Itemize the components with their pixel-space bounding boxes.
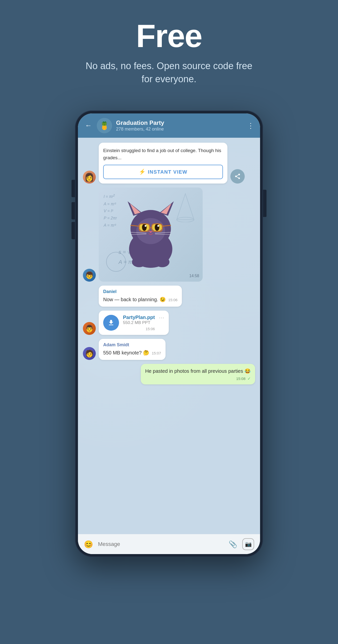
my-text: He pasted in photos from all previous pa… <box>145 367 251 375</box>
attach-button[interactable]: 📎 <box>229 540 237 548</box>
daniel-name: Daniel <box>103 289 177 294</box>
file-size: 550.2 MB PPT <box>123 320 155 325</box>
male3-avatar: 🧑 <box>83 347 96 360</box>
file-name: PartyPlan.ppt <box>123 314 155 320</box>
share-icon <box>234 173 241 180</box>
svg-point-14 <box>145 225 146 227</box>
sticker-bubble: l = πr2 A = πr³ V = l³ P = 2πr A = πr³ <box>99 188 203 282</box>
male2-avatar: 👨 <box>83 322 96 335</box>
sticker-time: 14:58 <box>189 274 199 278</box>
file-time: 15:06 <box>123 327 155 331</box>
svg-point-27 <box>155 257 169 267</box>
chat-input-bar: 😊 📎 📷 <box>78 534 260 554</box>
chat-status: 278 members, 42 online <box>116 126 243 132</box>
daniel-text: Now — back to planning. 😉 15:06 <box>103 296 177 303</box>
file-download-button[interactable] <box>103 315 119 331</box>
camera-button[interactable]: 📷 <box>242 538 254 550</box>
file-info: PartyPlan.ppt 550.2 MB PPT 15:06 <box>123 314 155 331</box>
article-text: Einstein struggled to find a job out of … <box>103 147 223 161</box>
my-bubble: He pasted in photos from all previous pa… <box>141 364 255 384</box>
file-bubble: PartyPlan.ppt 550.2 MB PPT 15:06 ⋯ <box>99 310 169 335</box>
camera-icon: 📷 <box>245 541 252 548</box>
adam-message-row: 🧑 Adam Smidt 550 MB keynote? 🤔 15:07 <box>83 339 255 360</box>
chat-body: 👩 Einstein struggled to find a job out o… <box>78 138 260 534</box>
hero-title: Free <box>136 20 202 52</box>
female-avatar: 👩 <box>83 171 96 184</box>
adam-text: 550 MB keynote? 🤔 15:07 <box>103 349 161 356</box>
share-button[interactable] <box>230 169 245 184</box>
svg-point-26 <box>132 257 146 267</box>
article-bubble: Einstein struggled to find a job out of … <box>99 143 227 184</box>
my-time: 15:08 <box>236 376 246 381</box>
emoji-button[interactable]: 😊 <box>84 540 93 549</box>
chat-header: ← 🍍 Graduation Party 278 members, 42 onl… <box>78 114 260 138</box>
cat-sticker <box>118 198 183 272</box>
daniel-time: 15:06 <box>168 297 178 303</box>
daniel-bubble: Daniel Now — back to planning. 😉 15:06 <box>99 286 182 307</box>
my-message-row: He pasted in photos from all previous pa… <box>83 364 255 384</box>
male1-avatar: 👦 <box>83 269 96 282</box>
daniel-message-row: Daniel Now — back to planning. 😉 15:06 <box>83 286 255 307</box>
chat-name: Graduation Party <box>116 120 243 126</box>
instant-view-label: INSTANT VIEW <box>148 169 188 175</box>
svg-point-12 <box>142 224 147 231</box>
lightning-icon: ⚡ <box>139 169 145 175</box>
adam-bubble: Adam Smidt 550 MB keynote? 🤔 15:07 <box>99 339 166 360</box>
message-input[interactable] <box>98 541 224 548</box>
chat-menu-button[interactable]: ⋮ <box>247 122 254 130</box>
svg-point-13 <box>155 224 159 231</box>
adam-time: 15:07 <box>152 350 161 356</box>
article-message-row: 👩 Einstein struggled to find a job out o… <box>83 143 255 184</box>
phone-inner: ← 🍍 Graduation Party 278 members, 42 onl… <box>78 114 260 554</box>
group-avatar: 🍍 <box>97 118 112 133</box>
chat-info: Graduation Party 278 members, 42 online <box>116 120 243 132</box>
file-options-button[interactable]: ⋯ <box>159 314 164 321</box>
message-checkmark: ✓ <box>247 376 251 381</box>
svg-point-15 <box>157 225 159 227</box>
adam-name: Adam Smidt <box>103 342 161 348</box>
hero-subtitle: No ads, no fees. Open source code free f… <box>82 60 256 86</box>
instant-view-button[interactable]: ⚡ INSTANT VIEW <box>103 165 223 179</box>
phone-outer: ← 🍍 Graduation Party 278 members, 42 onl… <box>75 110 263 557</box>
phone-wrapper: ← 🍍 Graduation Party 278 members, 42 onl… <box>75 110 263 557</box>
back-button[interactable]: ← <box>84 121 93 130</box>
hero-section: Free No ads, no fees. Open source code f… <box>0 0 338 100</box>
file-message-row: 👨 PartyPlan.ppt 550.2 MB PPT 15:06 <box>83 310 255 335</box>
sticker-message-row: 👦 <box>83 188 255 282</box>
download-icon <box>107 319 115 326</box>
